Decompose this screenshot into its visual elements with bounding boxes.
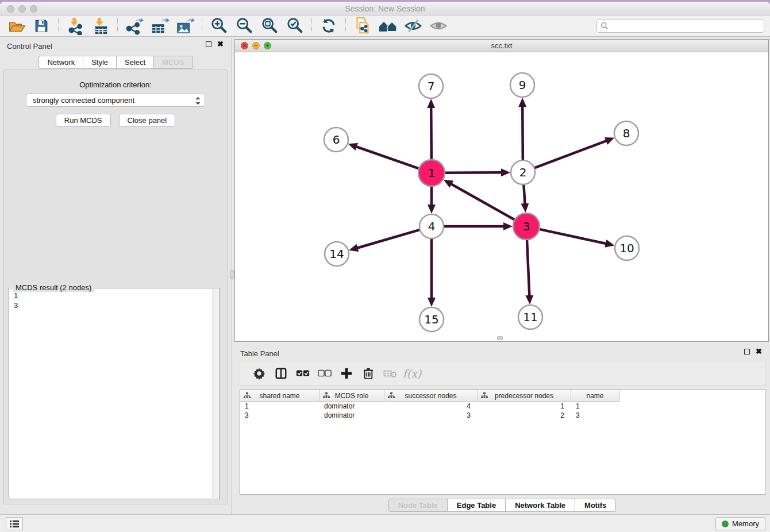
column-header-shared-name[interactable]: shared name — [240, 390, 319, 401]
optimization-criterion-value: strongly connected component — [33, 96, 134, 105]
search-input[interactable] — [611, 20, 764, 32]
columns-icon — [275, 367, 287, 380]
graph-node-6[interactable]: 6 — [324, 128, 348, 152]
graph-node-15[interactable]: 15 — [419, 307, 444, 331]
export-table-icon — [150, 17, 170, 35]
graph-node-2[interactable]: 2 — [511, 160, 535, 184]
node-table[interactable]: shared name MCDS role successor nodes pr… — [240, 389, 765, 495]
zoom-out-button[interactable] — [232, 16, 257, 36]
deselect-all-button[interactable] — [314, 364, 336, 383]
control-panel-title: Control Panel — [7, 42, 52, 51]
mcds-pane: Optimization criterion: strongly connect… — [3, 70, 228, 504]
network-graph-canvas[interactable]: 1234678910111415 — [235, 52, 768, 341]
select-all-button[interactable] — [292, 364, 314, 383]
status-bar: Memory — [0, 514, 770, 532]
float-table-panel-icon[interactable] — [744, 349, 750, 354]
table-row[interactable]: 1 dominator 4 1 1 — [240, 402, 765, 411]
table-settings-button[interactable] — [248, 364, 270, 383]
close-table-panel-icon[interactable]: ✖ — [756, 349, 762, 354]
eye-slash-icon — [403, 17, 423, 34]
toolbar-separator — [117, 18, 118, 33]
graph-node-9[interactable]: 9 — [510, 73, 534, 97]
delete-table-icon — [383, 369, 398, 378]
column-header-mcds-role[interactable]: MCDS role — [319, 390, 384, 401]
graph-node-7[interactable]: 7 — [419, 74, 443, 98]
tab-edge-table[interactable]: Edge Table — [448, 499, 506, 512]
table-row[interactable]: 3 dominator 3 2 3 — [240, 411, 765, 420]
import-network-icon — [66, 17, 84, 35]
svg-text:10: 10 — [619, 241, 634, 255]
toolbar-separator — [345, 18, 346, 33]
graph-node-14[interactable]: 14 — [325, 242, 349, 266]
save-session-button[interactable] — [29, 16, 54, 36]
svg-text:11: 11 — [523, 310, 537, 324]
function-builder-button[interactable]: f(x) — [401, 364, 423, 383]
tab-motifs[interactable]: Motifs — [575, 499, 616, 512]
memory-button[interactable]: Memory — [715, 517, 765, 530]
open-session-button[interactable] — [3, 16, 29, 36]
export-image-icon — [175, 17, 195, 35]
graph-node-10[interactable]: 10 — [615, 236, 639, 260]
tab-node-table[interactable]: Node Table — [388, 499, 448, 512]
svg-text:2: 2 — [519, 165, 527, 179]
hide-eye-button[interactable] — [401, 16, 426, 36]
refresh-icon — [320, 17, 337, 34]
graph-node-3[interactable]: 3 — [513, 213, 540, 240]
delete-column-button[interactable] — [357, 364, 379, 383]
panel-splitter-handle[interactable] — [230, 270, 234, 279]
mcds-result-text: 1 3 — [14, 291, 18, 310]
table-toolbar: f(x) — [240, 361, 765, 385]
tab-network-table[interactable]: Network Table — [506, 499, 575, 512]
svg-text:9: 9 — [519, 78, 526, 92]
svg-text:6: 6 — [333, 133, 340, 147]
import-network-button[interactable] — [63, 16, 88, 36]
toolbar-separator — [58, 18, 59, 33]
zoom-in-button[interactable] — [206, 16, 232, 36]
task-history-button[interactable] — [6, 517, 23, 530]
import-table-button[interactable] — [88, 16, 113, 36]
network-scrollbar-thumb[interactable] — [497, 336, 503, 340]
column-header-name[interactable]: name — [571, 390, 619, 401]
column-header-predecessor-nodes[interactable]: predecessor nodes — [478, 390, 571, 401]
mcds-result-area[interactable]: 1 3 — [9, 288, 220, 499]
window-title: Session: New Session — [0, 4, 770, 13]
table-panel: Table Panel ✖ — [234, 345, 770, 514]
result-scrollbar[interactable] — [212, 289, 218, 498]
export-network-button[interactable] — [122, 16, 147, 36]
home-houses-icon — [378, 17, 398, 34]
duplicate-network-button[interactable] — [350, 16, 375, 36]
zoom-selected-button[interactable] — [282, 16, 307, 36]
tab-select[interactable]: Select — [117, 56, 154, 69]
tab-network[interactable]: Network — [38, 56, 83, 69]
close-panel-icon[interactable]: ✖ — [217, 41, 224, 47]
add-column-button[interactable] — [336, 364, 357, 383]
optimization-criterion-select[interactable]: strongly connected component — [26, 94, 205, 107]
column-header-successor-nodes[interactable]: successor nodes — [384, 390, 478, 401]
graph-node-11[interactable]: 11 — [518, 305, 542, 329]
export-table-button[interactable] — [147, 16, 172, 36]
run-mcds-button[interactable]: Run MCDS — [56, 114, 111, 127]
tab-style[interactable]: Style — [83, 56, 117, 69]
close-panel-button[interactable]: Close panel — [119, 114, 176, 127]
network-window-titlebar[interactable]: × − + scc.txt — [235, 40, 768, 52]
float-panel-icon[interactable] — [206, 41, 211, 47]
graph-node-1[interactable]: 1 — [418, 160, 445, 186]
tab-mcds[interactable]: MCDS — [154, 56, 192, 69]
control-panel-header: Control Panel ✖ — [0, 37, 232, 53]
show-eye-button[interactable] — [426, 16, 451, 36]
checked-boxes-icon — [296, 369, 310, 377]
delete-table-button[interactable] — [379, 364, 401, 383]
search-field[interactable] — [596, 19, 764, 33]
home-view-button[interactable] — [375, 16, 401, 36]
graph-node-4[interactable]: 4 — [419, 214, 444, 238]
show-column-button[interactable] — [270, 364, 292, 383]
mcds-result-group: MCDS result (2 nodes) 1 3 — [7, 283, 221, 500]
zoom-in-icon — [210, 17, 228, 35]
refresh-layout-button[interactable] — [316, 16, 341, 36]
unchecked-boxes-icon — [318, 369, 332, 377]
export-image-button[interactable] — [172, 16, 198, 36]
graph-node-8[interactable]: 8 — [614, 121, 638, 145]
toolbar-separator — [202, 18, 202, 33]
zoom-fit-button[interactable] — [257, 16, 282, 36]
open-folder-icon — [7, 17, 25, 34]
